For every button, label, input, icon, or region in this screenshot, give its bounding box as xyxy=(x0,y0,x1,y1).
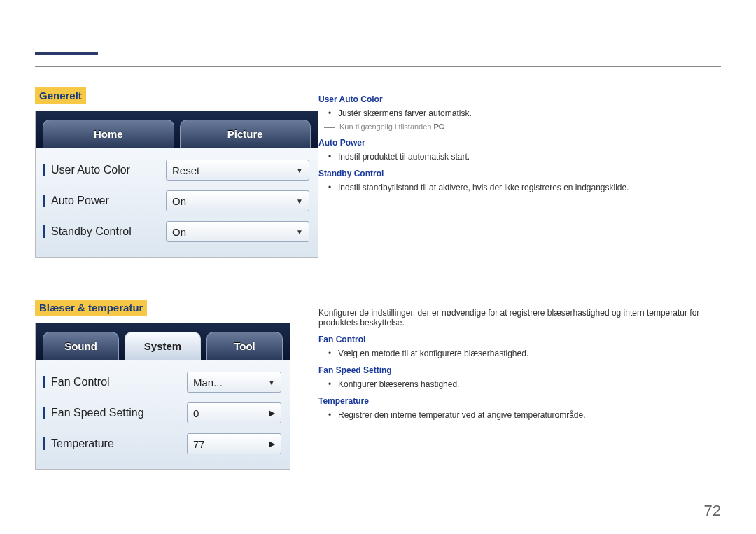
intro-blaeser: Konfigurer de indstillinger, der er nødv… xyxy=(318,308,721,328)
value-temperature: 77 xyxy=(193,438,205,450)
term-user-auto-color: User Auto Color xyxy=(318,94,721,104)
chevron-down-icon: ▼ xyxy=(296,228,303,236)
tab-home[interactable]: Home xyxy=(43,120,174,148)
value-standby-control: On xyxy=(172,226,186,238)
tab-system-label: System xyxy=(144,340,181,352)
section-heading-generelt: Generelt xyxy=(35,87,86,104)
term-temperature: Temperature xyxy=(318,396,721,406)
triangle-right-icon: ▶ xyxy=(269,439,275,449)
stepper-fan-speed-setting[interactable]: 0▶ xyxy=(187,402,281,423)
chevron-down-icon: ▼ xyxy=(296,167,303,174)
term-auto-power: Auto Power xyxy=(318,138,721,148)
stepper-temperature[interactable]: 77▶ xyxy=(187,433,281,454)
tab-bar: Home Picture xyxy=(36,111,318,148)
tab-bar: Sound System Tool xyxy=(36,323,290,360)
screenshot-generelt: Home Picture User Auto Color Reset▼ Auto… xyxy=(35,111,318,258)
value-user-auto-color: Reset xyxy=(172,164,200,176)
label-auto-power: Auto Power xyxy=(51,195,109,207)
label-fan-speed-setting: Fan Speed Setting xyxy=(51,407,144,419)
value-fan-speed-setting: 0 xyxy=(193,407,199,419)
chevron-down-icon: ▼ xyxy=(296,197,303,205)
triangle-right-icon: ▶ xyxy=(269,408,275,418)
bullet-standby-control: Indstil standbytilstand til at aktivere,… xyxy=(338,183,721,192)
chevron-down-icon: ▼ xyxy=(268,379,275,386)
dropdown-user-auto-color[interactable]: Reset▼ xyxy=(166,160,309,181)
dropdown-fan-control[interactable]: Man...▼ xyxy=(187,372,281,393)
label-temperature: Temperature xyxy=(51,437,114,450)
value-auto-power: On xyxy=(172,195,186,207)
tab-sound[interactable]: Sound xyxy=(43,332,119,360)
tab-system[interactable]: System xyxy=(125,332,201,360)
row-fan-control: Fan Control Man...▼ xyxy=(40,367,286,398)
term-fan-control: Fan Control xyxy=(318,335,721,344)
panel-body: Fan Control Man...▼ Fan Speed Setting 0▶… xyxy=(36,360,290,469)
row-temperature: Temperature 77▶ xyxy=(40,428,286,459)
term-fan-speed-setting: Fan Speed Setting xyxy=(318,365,721,375)
bullet-fan-speed-setting: Konfigurer blæserens hastighed. xyxy=(338,379,721,389)
note-mode: PC xyxy=(434,122,444,131)
panel-body: User Auto Color Reset▼ Auto Power On▼ St… xyxy=(36,148,318,257)
dropdown-standby-control[interactable]: On▼ xyxy=(166,221,309,242)
note-pre: Kun tilgængelig i tilstanden xyxy=(340,122,434,131)
page-number: 72 xyxy=(704,502,721,520)
bullet-user-auto-color: Justér skærmens farver automatisk. xyxy=(338,108,721,118)
label-standby-control: Standby Control xyxy=(51,225,132,238)
bullet-temperature: Registrer den interne temperatur ved at … xyxy=(338,410,721,420)
term-standby-control: Standby Control xyxy=(318,169,721,178)
label-fan-control: Fan Control xyxy=(51,376,110,388)
screenshot-blaeser: Sound System Tool Fan Control Man...▼ Fa… xyxy=(35,323,290,470)
row-auto-power: Auto Power On▼ xyxy=(40,185,314,216)
dropdown-auto-power[interactable]: On▼ xyxy=(166,190,309,211)
tab-tool[interactable]: Tool xyxy=(206,332,283,360)
tab-picture-label: Picture xyxy=(227,128,263,140)
section-heading-blaeser: Blæser & temperatur xyxy=(35,300,147,316)
label-user-auto-color: User Auto Color xyxy=(51,164,130,176)
row-user-auto-color: User Auto Color Reset▼ xyxy=(40,155,314,185)
row-standby-control: Standby Control On▼ xyxy=(40,216,314,247)
row-fan-speed-setting: Fan Speed Setting 0▶ xyxy=(40,398,286,428)
value-fan-control: Man... xyxy=(193,377,223,388)
note-user-auto-color: Kun tilgængelig i tilstanden PC xyxy=(338,122,721,131)
bullet-auto-power: Indstil produktet til automatisk start. xyxy=(338,152,721,162)
tab-tool-label: Tool xyxy=(234,340,255,352)
tab-sound-label: Sound xyxy=(64,340,97,352)
tab-home-label: Home xyxy=(94,128,123,140)
bullet-fan-control: Vælg en metode til at konfigurere blæser… xyxy=(338,349,721,358)
tab-picture[interactable]: Picture xyxy=(180,120,312,148)
